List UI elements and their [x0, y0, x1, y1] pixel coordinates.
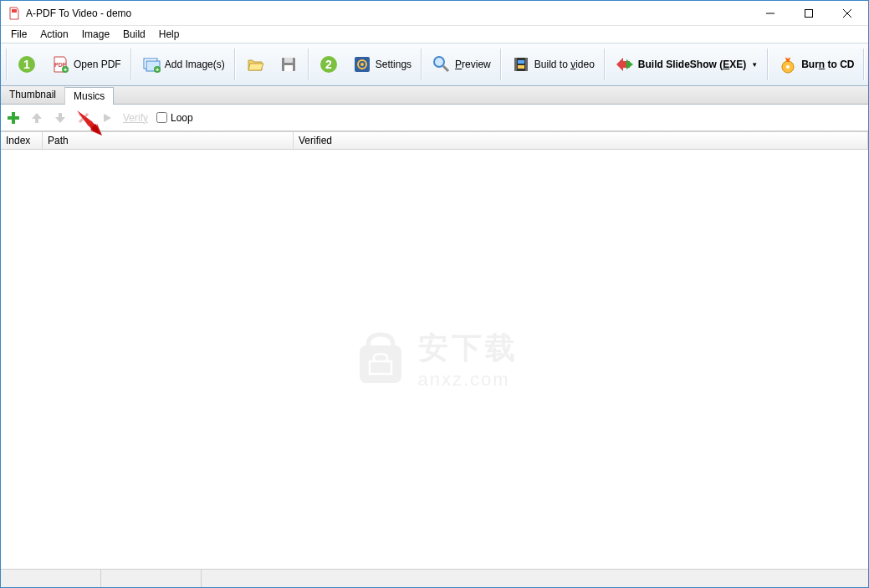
- watermark: 安下载 anxz.com: [351, 328, 519, 391]
- maximize-button[interactable]: [790, 1, 828, 25]
- svg-rect-26: [518, 60, 524, 64]
- menubar: File Action Image Build Help: [1, 26, 868, 43]
- pdf-icon: PDF+: [50, 54, 70, 74]
- status-cell-1: [1, 570, 101, 587]
- build-slideshow-button[interactable]: Build SlideShow (EXE) ▼: [609, 49, 764, 80]
- magnify-icon: [432, 54, 452, 74]
- svg-point-29: [786, 65, 790, 69]
- svg-line-22: [443, 66, 448, 71]
- svg-point-21: [434, 57, 444, 67]
- build-slideshow-label: Build SlideShow (EXE): [638, 59, 746, 70]
- svg-text:+: +: [64, 66, 68, 74]
- folder-open-icon: [245, 54, 265, 74]
- watermark-bag-icon: [351, 330, 410, 389]
- open-pdf-button[interactable]: PDF+ Open PDF: [44, 49, 127, 80]
- svg-rect-14: [284, 58, 293, 63]
- menu-build[interactable]: Build: [116, 27, 152, 42]
- svg-rect-27: [518, 65, 524, 69]
- window-title: A-PDF To Video - demo: [26, 8, 751, 19]
- save-button[interactable]: [273, 49, 304, 80]
- menu-file[interactable]: File: [4, 27, 33, 42]
- step1-button[interactable]: 1: [11, 49, 43, 80]
- svg-rect-33: [8, 116, 19, 120]
- menu-help[interactable]: Help: [152, 27, 187, 42]
- minimize-button[interactable]: [751, 1, 790, 25]
- images-icon: +: [141, 54, 161, 74]
- step2-icon: 2: [319, 54, 339, 74]
- svg-rect-1: [805, 9, 813, 17]
- move-down-button[interactable]: [53, 110, 68, 125]
- loop-checkbox-input[interactable]: [156, 112, 167, 123]
- preview-label: Preview: [455, 59, 491, 70]
- column-index[interactable]: Index: [1, 132, 43, 149]
- column-verified[interactable]: Verified: [294, 132, 868, 149]
- svg-text:1: 1: [23, 58, 30, 71]
- titlebar: A-PDF To Video - demo: [1, 1, 868, 26]
- tab-musics[interactable]: Musics: [65, 87, 114, 105]
- verify-label: Verify: [123, 112, 148, 124]
- step2-button[interactable]: 2: [313, 49, 345, 80]
- step1-icon: 1: [17, 54, 37, 74]
- preview-button[interactable]: Preview: [426, 49, 497, 80]
- build-video-button[interactable]: Build to video: [505, 49, 601, 80]
- settings-label: Settings: [376, 59, 411, 70]
- svg-text:2: 2: [325, 58, 332, 71]
- menu-action[interactable]: Action: [33, 27, 74, 42]
- column-path[interactable]: Path: [43, 132, 294, 149]
- open-pdf-label: Open PDF: [74, 59, 121, 70]
- svg-rect-24: [514, 58, 517, 71]
- loop-label: Loop: [171, 112, 193, 124]
- window-controls: [751, 1, 866, 25]
- tabs: Thumbnail Musics: [1, 86, 868, 105]
- loop-checkbox[interactable]: Loop: [156, 112, 193, 124]
- add-images-button[interactable]: + Add Image(s): [135, 49, 231, 80]
- open-folder-button[interactable]: [239, 49, 271, 80]
- svg-point-20: [360, 63, 364, 66]
- burn-cd-label: Burn to CD: [801, 59, 854, 70]
- tab-thumbnail[interactable]: Thumbnail: [1, 86, 65, 104]
- gear-icon: [352, 54, 372, 74]
- slideshow-icon: [615, 54, 635, 74]
- watermark-cn: 安下载: [418, 328, 519, 369]
- main-toolbar: 1 PDF+ Open PDF + Add Image(s) 2 Setting…: [1, 43, 868, 86]
- music-list-header: Index Path Verified: [1, 131, 868, 150]
- dropdown-arrow-icon: ▼: [751, 61, 758, 69]
- play-button[interactable]: [100, 110, 115, 125]
- add-music-button[interactable]: [6, 110, 21, 125]
- add-images-label: Add Image(s): [165, 59, 225, 70]
- film-icon: [511, 54, 531, 74]
- svg-rect-25: [525, 58, 528, 71]
- music-list-body: 安下载 anxz.com: [1, 150, 868, 569]
- music-toolbar: Verify Loop: [1, 105, 868, 131]
- build-video-label: Build to video: [534, 59, 595, 70]
- close-button[interactable]: [828, 1, 866, 25]
- remove-music-button[interactable]: [76, 110, 91, 125]
- statusbar: [1, 569, 868, 587]
- burn-cd-button[interactable]: Burn to CD: [772, 49, 860, 80]
- app-icon: [8, 7, 21, 20]
- menu-image[interactable]: Image: [75, 27, 116, 42]
- status-cell-2: [101, 570, 202, 587]
- svg-rect-36: [360, 345, 401, 383]
- move-up-button[interactable]: [29, 110, 44, 125]
- settings-button[interactable]: Settings: [346, 49, 417, 80]
- svg-text:+: +: [155, 66, 159, 74]
- burn-icon: [778, 54, 798, 74]
- watermark-en: anxz.com: [418, 369, 519, 391]
- save-icon: [279, 54, 299, 74]
- svg-rect-15: [284, 65, 293, 71]
